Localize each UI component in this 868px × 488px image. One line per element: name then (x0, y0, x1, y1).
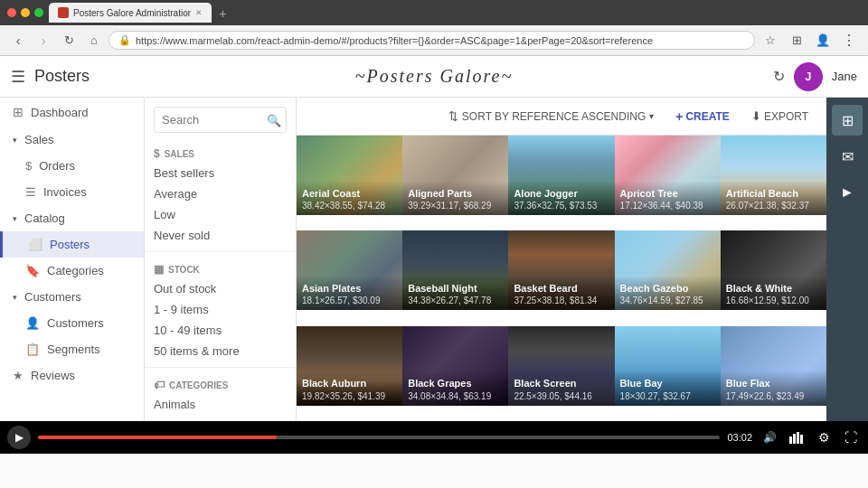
right-panel-btn-grid[interactable]: ⊞ (832, 105, 863, 136)
product-card-title: Asian Plates (302, 283, 397, 295)
sidebar-item-segments[interactable]: 📋 Segments (0, 336, 144, 362)
product-card[interactable]: Artificial Beach26.07×21.38, $32.37 (721, 136, 826, 215)
filter-divider-1 (145, 251, 296, 252)
browser-dots (7, 8, 43, 17)
sidebar-section-customers[interactable]: ▾ Customers (0, 284, 144, 310)
video-play-button[interactable]: ▶ (7, 426, 31, 449)
topbar-right: ↻ J Jane (773, 62, 857, 91)
export-button[interactable]: ⬇ EXPORT (744, 106, 816, 127)
tab-title: Posters Galore Administration (73, 8, 191, 18)
product-card-overlay: Aligned Parts39.29×31.17, $68.29 (402, 181, 508, 215)
filter-item-10-49-items[interactable]: 10 - 49 items (145, 320, 296, 341)
product-card-price: 22.5×39.05, $44.16 (514, 391, 609, 401)
filter-item-1-9-items[interactable]: 1 - 9 items (145, 299, 296, 320)
new-tab-button[interactable]: + (219, 5, 227, 21)
product-toolbar: ⇅ SORT BY REFERENCE ASCENDING ▾ + CREATE… (297, 98, 826, 136)
product-card-price: 34.38×26.27, $47.78 (408, 296, 503, 305)
product-card[interactable]: Black & White16.68×12.59, $12.00 (721, 230, 826, 310)
product-card-title: Aligned Parts (408, 188, 503, 200)
dot-red[interactable] (7, 8, 16, 17)
reload-button[interactable]: ↻ (58, 30, 80, 52)
product-card-overlay: Blue Flax17.49×22.6, $23.49 (721, 371, 826, 405)
sidebar-item-posters[interactable]: ⬜ Posters (0, 231, 144, 258)
bookmarks-icon[interactable]: ☆ (759, 29, 782, 52)
hamburger-icon[interactable]: ☰ (11, 67, 25, 87)
product-card[interactable]: Aligned Parts39.29×31.17, $68.29 (402, 136, 508, 215)
product-card-price: 34.76×14.59, $27.85 (620, 296, 715, 305)
svg-rect-0 (789, 436, 792, 444)
video-progress-fill (38, 436, 277, 439)
svg-rect-3 (800, 435, 803, 444)
video-volume-icon[interactable]: 🔊 (760, 427, 779, 447)
sidebar-item-orders[interactable]: $ Orders (0, 153, 144, 179)
sort-label: SORT BY REFERENCE ASCENDING (462, 110, 646, 123)
filter-item-best-sellers[interactable]: Best sellers (145, 163, 296, 183)
reviews-icon: ★ (13, 369, 24, 382)
dot-green[interactable] (34, 8, 43, 17)
avatar[interactable]: J (794, 62, 823, 91)
sidebar-item-dashboard[interactable]: ⊞ Dashboard (0, 98, 144, 127)
product-card[interactable]: Basket Beard37.25×38.18, $81.34 (508, 230, 614, 310)
product-card[interactable]: Baseball Night34.38×26.27, $47.78 (402, 230, 508, 310)
product-card[interactable]: Black Screen22.5×39.05, $44.16 (508, 326, 614, 406)
product-card[interactable]: Apricot Tree17.12×36.44, $40.38 (615, 136, 721, 215)
filter-divider-2 (145, 367, 296, 368)
menu-icon[interactable]: ⋮ (837, 29, 861, 52)
sidebar-item-label: Reviews (31, 369, 75, 382)
sidebar-item-label: Orders (39, 159, 75, 173)
sidebar-item-label: Categories (47, 264, 104, 277)
profile-icon[interactable]: 👤 (811, 29, 835, 52)
browser-chrome: Posters Galore Administration ✕ + (0, 0, 868, 25)
sidebar-item-label: Dashboard (31, 106, 89, 119)
product-card[interactable]: Blue Flax17.49×22.6, $23.49 (721, 326, 826, 406)
video-fullscreen-icon[interactable]: ⛶ (841, 427, 861, 447)
product-card[interactable]: Beach Gazebo34.76×14.59, $27.85 (615, 230, 721, 310)
refresh-icon[interactable]: ↻ (773, 68, 785, 85)
sidebar-item-categories[interactable]: 🔖 Categories (0, 258, 144, 284)
video-bars-icon[interactable] (787, 427, 807, 447)
filter-item-animals[interactable]: Animals (145, 394, 296, 415)
video-settings-icon[interactable]: ⚙ (814, 427, 834, 447)
dot-yellow[interactable] (21, 8, 30, 17)
filter-item-low[interactable]: Low (145, 204, 296, 225)
back-button[interactable]: ‹ (7, 30, 29, 52)
posters-icon: ⬜ (28, 238, 42, 251)
filter-item-beard[interactable]: Beard (145, 415, 296, 421)
sidebar-section-label: Customers (24, 290, 81, 304)
tab-close-icon[interactable]: ✕ (195, 8, 203, 17)
sidebar-section-catalog[interactable]: ▾ Catalog (0, 205, 144, 231)
filter-item-out-of-stock[interactable]: Out of stock (145, 278, 296, 299)
sort-icon: ⇅ (448, 109, 458, 123)
product-card[interactable]: Asian Plates18.1×26.57, $30.09 (297, 230, 402, 310)
right-panel-btn-play[interactable]: ► (832, 177, 863, 208)
product-card-price: 37.36×32.75, $73.53 (514, 201, 609, 211)
sidebar-item-reviews[interactable]: ★ Reviews (0, 362, 144, 389)
sort-button[interactable]: ⇅ SORT BY REFERENCE ASCENDING ▾ (441, 106, 661, 127)
product-card[interactable]: Black Grapes34.08×34.84, $63.19 (402, 326, 508, 406)
home-button[interactable]: ⌂ (83, 30, 105, 52)
product-card[interactable]: Alone Jogger37.36×32.75, $73.53 (508, 136, 614, 215)
create-button[interactable]: + CREATE (668, 106, 737, 127)
search-icon: 🔍 (267, 113, 281, 127)
video-progress-container[interactable] (38, 436, 720, 439)
sidebar-item-customers[interactable]: 👤 Customers (0, 310, 144, 336)
browser-tab[interactable]: Posters Galore Administration ✕ (49, 3, 212, 23)
product-card-overlay: Artificial Beach26.07×21.38, $32.37 (721, 181, 826, 215)
sidebar-section-sales[interactable]: ▾ Sales (0, 127, 144, 153)
filter-item-average[interactable]: Average (145, 183, 296, 204)
product-card[interactable]: Black Auburn19.82×35.26, $41.39 (297, 326, 402, 406)
sidebar-item-invoices[interactable]: ☰ Invoices (0, 179, 144, 205)
product-card-title: Apricot Tree (620, 188, 715, 200)
forward-button[interactable]: › (33, 30, 54, 52)
address-bar[interactable]: 🔒 https://www.marmelab.com/react-admin-d… (108, 31, 755, 50)
extensions-icon[interactable]: ⊞ (785, 29, 808, 52)
tab-favicon (58, 7, 69, 18)
filter-item-never-sold[interactable]: Never sold (145, 225, 296, 246)
invoice-icon: ☰ (25, 185, 36, 199)
product-card-price: 39.29×31.17, $68.29 (408, 201, 503, 211)
product-card[interactable]: Blue Bay18×30.27, $32.67 (615, 326, 721, 406)
right-panel-btn-mail[interactable]: ✉ (832, 141, 863, 172)
product-card-price: 18×30.27, $32.67 (620, 391, 715, 401)
product-card[interactable]: Aerial Coast38.42×38.55, $74.28 (297, 136, 402, 215)
filter-item-50-items-more[interactable]: 50 items & more (145, 341, 296, 361)
